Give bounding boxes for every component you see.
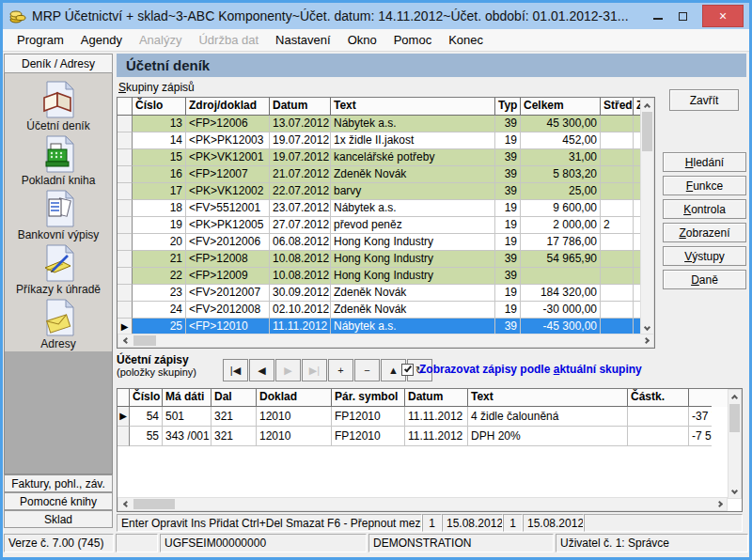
group-row[interactable]: 15 <PK>VK12001 19.07.2012 kancelářské po… bbox=[118, 149, 654, 166]
column-header[interactable]: Střed. bbox=[601, 98, 634, 116]
show-entries-checkbox[interactable] bbox=[401, 364, 414, 376]
group-row[interactable]: 19 <PK>PK12005 27.07.2012 převod peněz 1… bbox=[118, 217, 654, 234]
column-header[interactable]: Datum bbox=[270, 98, 331, 116]
groups-hscrollbar[interactable] bbox=[118, 334, 654, 348]
column-header[interactable]: Typ bbox=[495, 98, 521, 116]
column-header[interactable]: Dal bbox=[212, 389, 257, 407]
sidebar-item-adresy[interactable]: Adresy bbox=[7, 297, 110, 351]
scroll-up-icon[interactable] bbox=[641, 99, 653, 111]
entry-row[interactable]: ▶ 54 501 321 12010 FP12010 11.11.2012 4 … bbox=[118, 407, 742, 427]
groups-vscrollbar[interactable] bbox=[640, 98, 654, 335]
entries-hscrollbar[interactable] bbox=[118, 497, 728, 511]
entries-vscrollbar[interactable] bbox=[728, 389, 742, 499]
minimize-icon bbox=[653, 18, 663, 20]
maximize-button[interactable] bbox=[670, 6, 695, 26]
sidebar-item-ucetni-denik[interactable]: Účetní deník bbox=[7, 79, 110, 133]
menu-item[interactable]: Pomoc bbox=[385, 30, 440, 50]
sidebar-tab-denik-adresy[interactable]: Deník / Adresy bbox=[4, 54, 113, 73]
column-header[interactable]: Doklad bbox=[257, 389, 332, 407]
menu-item[interactable]: Program bbox=[8, 30, 72, 50]
minimize-button[interactable] bbox=[646, 6, 670, 26]
cell-datum: 10.08.2012 bbox=[270, 251, 331, 268]
group-row[interactable]: 17 <PK>VK12002 22.07.2012 barvy 39 25,00 bbox=[118, 183, 654, 200]
cell-typ: 19 bbox=[495, 217, 521, 234]
column-header[interactable] bbox=[118, 389, 130, 407]
navigator-button[interactable]: ▶ bbox=[275, 359, 301, 381]
cell-zdroj-doklad: <PK>VK12002 bbox=[186, 183, 270, 200]
cell-doklad: 12010 bbox=[257, 407, 332, 427]
navigator-button[interactable]: ◀ bbox=[249, 359, 274, 381]
navigator-button[interactable]: ▶| bbox=[302, 359, 327, 381]
kontrola-button[interactable]: Kontrola bbox=[663, 199, 746, 219]
group-row[interactable]: 24 <FV>2012008 02.10.2012 Zdeněk Novák 1… bbox=[118, 302, 654, 319]
zobrazeni-button[interactable]: Zobrazení bbox=[663, 223, 746, 242]
hledani-button[interactable]: Hledání bbox=[663, 152, 746, 172]
status-license-code: UGFSEIM00000000 bbox=[160, 534, 367, 552]
hint-cell-date2: 15.08.2012 bbox=[523, 514, 584, 532]
group-row[interactable]: 20 <FV>2012006 06.08.2012 Hong Kong Indu… bbox=[118, 234, 654, 251]
column-header[interactable]: Text bbox=[331, 98, 495, 116]
close-window-button[interactable]: × bbox=[702, 5, 744, 27]
coins-app-icon bbox=[9, 8, 26, 24]
column-header[interactable] bbox=[689, 389, 712, 407]
scroll-right-icon[interactable] bbox=[714, 498, 727, 510]
column-header[interactable]: Číslo bbox=[130, 389, 163, 407]
column-header[interactable]: Číslo bbox=[133, 98, 186, 116]
hint-cell-date1: 15.08.2012 bbox=[442, 514, 503, 532]
group-row[interactable]: 14 <PK>PK12003 19.07.2012 1x židle II.ja… bbox=[118, 132, 654, 149]
vystupy-button[interactable]: Výstupy bbox=[663, 246, 746, 266]
cell-datum: 30.09.2012 bbox=[270, 285, 331, 302]
sidebar-button-pomocne-knihy[interactable]: Pomocné knihy bbox=[4, 492, 113, 510]
group-row[interactable]: 16 <FP>12007 21.07.2012 Zdeněk Novák 39 … bbox=[118, 166, 654, 183]
column-header[interactable]: Celkem bbox=[521, 98, 601, 116]
scroll-thumb[interactable] bbox=[642, 112, 652, 151]
cell-stred bbox=[601, 200, 634, 217]
menu-item[interactable]: Agendy bbox=[72, 30, 131, 50]
scroll-up-icon[interactable] bbox=[728, 390, 741, 402]
scroll-right-icon[interactable] bbox=[641, 334, 653, 347]
scroll-thumb[interactable] bbox=[133, 499, 175, 509]
row-marker bbox=[118, 427, 130, 446]
column-header[interactable] bbox=[118, 98, 133, 116]
sidebar-item-prikazy-k-uhrade[interactable]: Příkazy k úhradě bbox=[7, 242, 110, 297]
sidebar-button-sklad[interactable]: Sklad bbox=[4, 510, 113, 528]
menu-item[interactable]: Okno bbox=[339, 30, 385, 50]
column-header[interactable]: Částk. bbox=[628, 389, 689, 407]
column-header[interactable]: Datum bbox=[405, 389, 468, 407]
cell-castka-cm: -37 750,00 bbox=[689, 407, 712, 427]
menu-item[interactable]: Údržba dat bbox=[190, 30, 267, 50]
cell-celkem: -30 000,00 bbox=[521, 302, 601, 319]
column-header[interactable]: Pár. symbol bbox=[332, 389, 405, 407]
cell-datum: 11.11.2012 bbox=[405, 427, 468, 446]
column-header[interactable]: Má dáti bbox=[163, 389, 212, 407]
column-header[interactable]: Zdroj/doklad bbox=[186, 98, 270, 116]
menu-item[interactable]: Analýzy bbox=[131, 30, 191, 50]
show-entries-checkbox-label[interactable]: Zobrazovat zápisy podle aktuální skupiny bbox=[419, 363, 642, 376]
sidebar-button-faktury[interactable]: Faktury, pohl., záv. bbox=[4, 474, 113, 492]
dane-button[interactable]: Daně bbox=[663, 270, 746, 289]
menu-item[interactable]: Konec bbox=[440, 30, 492, 50]
navigator-button[interactable]: − bbox=[354, 359, 380, 381]
sidebar-item-pokladni-kniha[interactable]: Pokladní kniha bbox=[7, 133, 110, 188]
scroll-thumb[interactable] bbox=[729, 404, 740, 432]
menu-item[interactable]: Nastavení bbox=[267, 30, 339, 50]
zavrit-button[interactable]: Zavřít bbox=[669, 89, 739, 111]
scroll-left-icon[interactable] bbox=[118, 498, 131, 510]
navigator-button[interactable]: + bbox=[328, 359, 353, 381]
scroll-thumb[interactable] bbox=[133, 335, 156, 346]
cell-text: Hong Kong Industry bbox=[331, 268, 495, 285]
row-marker bbox=[118, 183, 133, 200]
group-row[interactable]: 23 <FV>2012007 30.09.2012 Zdeněk Novák 1… bbox=[118, 285, 654, 302]
sidebar-item-bankovni-vypisy[interactable]: Bankovní výpisy bbox=[7, 188, 110, 242]
group-row[interactable]: 13 <FP>12006 13.07.2012 Nábytek a.s. 39 … bbox=[118, 116, 654, 132]
funkce-button[interactable]: Funkce bbox=[663, 176, 746, 195]
entry-row[interactable]: 55 343 /001 321 12010 FP12010 11.11.2012… bbox=[118, 427, 742, 446]
navigator-button[interactable]: |◀ bbox=[223, 359, 248, 381]
column-header[interactable]: Text bbox=[468, 389, 628, 407]
group-row[interactable]: 21 <FP>12008 10.08.2012 Hong Kong Indust… bbox=[118, 251, 654, 268]
scroll-down-icon[interactable] bbox=[728, 486, 741, 498]
cell-cislo: 20 bbox=[133, 234, 186, 251]
group-row[interactable]: 18 <FV>5512001 23.07.2012 Nábytek a.s. 1… bbox=[118, 200, 654, 217]
scroll-left-icon[interactable] bbox=[118, 334, 131, 347]
group-row[interactable]: 22 <FP>12009 10.08.2012 Hong Kong Indust… bbox=[118, 268, 654, 285]
